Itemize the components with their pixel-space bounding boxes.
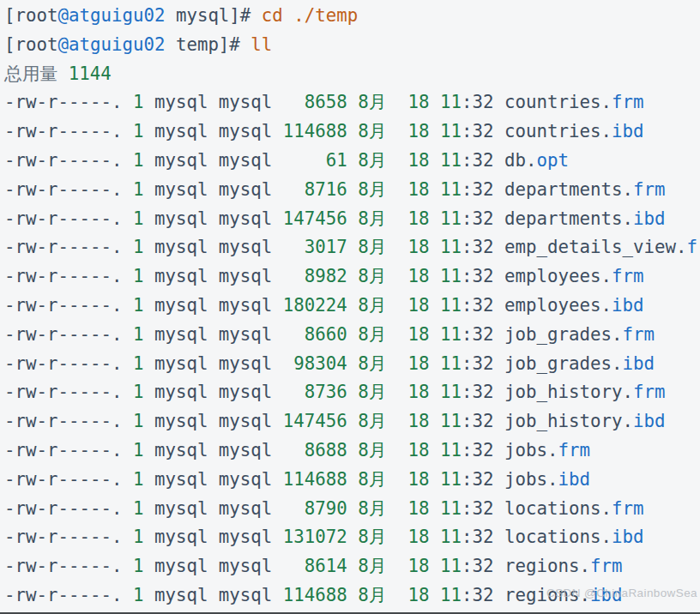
file-row-token [430,382,441,402]
file-row-token: -rw-r-----. [4,353,133,374]
file-row-token: 114688 [283,469,347,490]
file-row-token: 11 [440,469,462,490]
file-row-token: 11 [440,237,462,257]
file-row-token: 18 [408,295,430,316]
file-row-token: ibd [612,295,643,316]
file-row-token: mysql mysql [143,324,282,345]
file-row-token [347,237,359,257]
file-row-token: -rw-r-----. [4,295,133,316]
file-row-token [347,208,359,229]
file-row: -rw-r-----. 1 mysql mysql 114688 8月 18 1… [4,466,700,495]
file-row-token: :32 locations. [462,527,612,547]
terminal-output: [root@atguigu02 mysql]# cd ./temp[root@a… [0,0,700,614]
file-row-token: frm [686,237,700,257]
file-row-token: mysql mysql [143,440,282,460]
file-row-token: ibd [558,469,589,490]
file-row-token: 180224 [283,295,347,316]
file-row-token: 3017 [283,237,347,257]
file-row-token: 11 [440,382,462,402]
file-row-token: 11 [440,498,462,519]
file-row-token [347,498,359,519]
file-row-token [347,92,359,112]
file-row-token [430,295,441,316]
file-row-token: 8982 [283,266,347,286]
file-row-token: 1 [133,266,144,286]
file-row-token: mysql mysql [143,382,282,402]
file-row-token: mysql mysql [143,208,282,229]
file-row-token: mysql mysql [143,353,282,374]
file-row-token: 8月 [358,92,386,112]
file-row-token: 8614 [283,556,347,576]
file-row: -rw-r-----. 1 mysql mysql 8982 8月 18 11:… [4,262,700,292]
file-row-token: 1 [133,469,144,490]
file-row-token: 1 [133,92,144,112]
file-row-token: :32 locations. [462,498,612,519]
file-row-token [430,179,441,200]
file-row-token: mysql mysql [143,469,282,490]
file-row-token [387,92,408,112]
file-row-token: 11 [440,527,462,547]
file-row-token: 18 [408,411,430,431]
file-row-token [387,382,408,402]
file-row-token: 1 [133,498,144,519]
file-row-token: -rw-r-----. [4,469,133,490]
file-row: -rw-r-----. 1 mysql mysql 8790 8月 18 11:… [4,495,700,524]
file-row: -rw-r-----. 1 mysql mysql 8736 8月 18 11:… [4,378,700,407]
file-row-token: opt [537,150,569,171]
file-row-token: 18 [408,150,430,171]
file-row-token: :32 employees. [462,266,612,286]
file-row-token: 11 [440,353,462,374]
file-row-token: 1 [133,382,144,402]
file-row-token: frm [612,498,643,519]
file-row-token [387,527,408,547]
file-row-token: ibd [622,353,654,374]
file-row: -rw-r-----. 1 mysql mysql 8660 8月 18 11:… [4,321,700,350]
file-row-token: 8月 [358,295,386,316]
file-row-token [430,208,441,229]
file-row-token [347,324,359,345]
file-row-token [430,440,441,460]
file-row-token: 8月 [358,527,386,547]
file-row-token: 8月 [358,208,386,229]
file-row-token [430,92,441,112]
file-row-token: mysql mysql [143,266,282,286]
file-row-token: :32 countries. [462,92,612,112]
file-row-token: 147456 [283,208,347,229]
file-row-token: 1 [133,179,144,200]
file-row-token: 8月 [358,150,386,171]
file-row-token: 18 [408,353,430,374]
file-row-token: :32 job_history. [462,382,633,402]
file-row-token: ibd [612,121,643,141]
file-row-token: mysql mysql [143,150,282,171]
file-row-token: 18 [408,527,430,547]
file-row-token: ibd [590,585,622,605]
file-row-token [430,585,441,605]
file-row-token: 8658 [283,92,347,112]
file-row-token: 18 [408,382,430,402]
file-row-token: :32 job_grades. [462,353,622,374]
file-row-token: 8月 [358,556,386,576]
file-row-token: -rw-r-----. [4,208,133,229]
prompt-line-cd-token: cd ./temp [262,5,358,26]
file-row-token [387,208,408,229]
file-row-token: -rw-r-----. [4,266,133,286]
file-row-token [387,469,408,490]
prompt-line-ll-token: [root [4,34,57,55]
file-row-token [347,179,359,200]
prompt-line-cd-token: mysql]# [165,5,261,26]
file-row: -rw-r-----. 1 mysql mysql 147456 8月 18 1… [4,205,700,234]
file-row-token: 8月 [358,440,386,460]
file-row-token: 18 [408,585,430,605]
file-row-token [347,585,359,605]
file-row-token: 8月 [358,411,386,431]
file-row-token: 8736 [283,382,347,402]
file-row-token [347,121,359,141]
file-row-token [430,527,441,547]
file-row-token: 8月 [358,237,386,257]
file-row-token: 61 [283,150,347,171]
file-row-token: ibd [612,527,643,547]
prompt-line-cd-token: [root [4,5,57,26]
file-row-token [347,266,359,286]
total-line-token: 总用量 [4,63,69,84]
file-row-token: :32 jobs. [462,440,558,460]
